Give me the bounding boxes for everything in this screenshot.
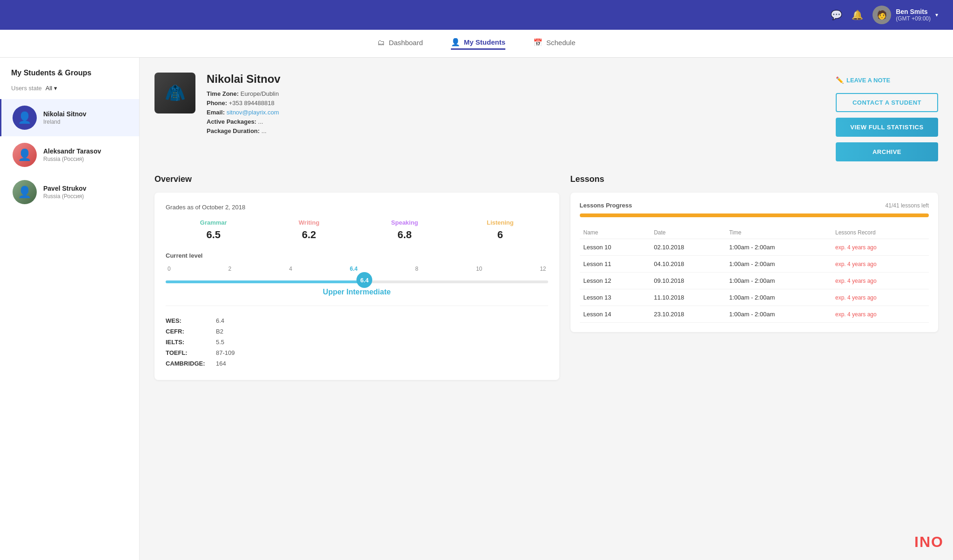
lesson-row-2: Lesson 12 09.10.2018 1:00am - 2:00am exp… xyxy=(580,273,929,289)
student-info-3: Pavel Strukov Russia (Россия) xyxy=(43,185,87,200)
student-info-2: Aleksandr Tarasov Russia (Россия) xyxy=(43,147,101,162)
lesson-time-4: 1:00am - 2:00am xyxy=(725,306,832,323)
writing-value: 6.2 xyxy=(261,229,356,241)
student-name-3: Pavel Strukov xyxy=(43,185,87,192)
topbar-avatar: 🧑 xyxy=(872,6,891,24)
profile-email-row: Email: sitnov@playrix.com xyxy=(207,109,825,116)
lessons-progress-header: Lessons Progress 41/41 lessons left xyxy=(580,202,929,209)
lesson-record-4: exp. 4 years ago xyxy=(832,306,929,323)
profile-duration-row: Package Duration: ... xyxy=(207,127,825,134)
score-toefl: TOEFL: 87-109 xyxy=(166,347,548,358)
student-country-1: Ireland xyxy=(43,119,87,125)
level-ticks: 0 2 4 6.4 8 10 12 xyxy=(166,266,548,272)
main-nav: 🗂 Dashboard 👤 My Students 📅 Schedule xyxy=(0,30,953,58)
lesson-name-3: Lesson 13 xyxy=(580,289,651,306)
filter-value[interactable]: All ▾ xyxy=(46,85,57,92)
student-avatar-2: 👤 xyxy=(13,143,37,167)
profile-packages-row: Active Packages: ... xyxy=(207,118,825,125)
student-name-1: Nikolai Sitnov xyxy=(43,110,87,118)
cambridge-key: CAMBRIDGE: xyxy=(166,360,212,367)
lesson-row-0: Lesson 10 02.10.2018 1:00am - 2:00am exp… xyxy=(580,239,929,256)
main-layout: My Students & Groups Users state All ▾ 👤… xyxy=(0,58,953,560)
overview-divider xyxy=(166,306,548,306)
student-country-2: Russia (Россия) xyxy=(43,156,101,162)
overview-card: Grades as of October 2, 2018 Grammar 6.5… xyxy=(154,193,559,380)
nav-dashboard[interactable]: 🗂 Dashboard xyxy=(377,39,423,49)
tick-active: 6.4 xyxy=(350,266,358,272)
phone-label: Phone: xyxy=(207,100,227,107)
profile-header: 🧥 Nikolai Sitnov Time Zone: Europe/Dubli… xyxy=(154,73,938,161)
profile-phone: +353 894488818 xyxy=(229,100,275,107)
archive-button[interactable]: ARCHIVE xyxy=(836,142,938,161)
lesson-row-4: Lesson 14 23.10.2018 1:00am - 2:00am exp… xyxy=(580,306,929,323)
nav-schedule[interactable]: 📅 Schedule xyxy=(533,38,576,49)
speaking-label: Speaking xyxy=(357,219,452,226)
packages-label: Active Packages: xyxy=(207,118,256,125)
topbar: 💬 🔔 🧑 Ben Smits (GMT +09:00) ▾ xyxy=(0,0,953,30)
lessons-table-body: Lesson 10 02.10.2018 1:00am - 2:00am exp… xyxy=(580,239,929,323)
user-menu[interactable]: 🧑 Ben Smits (GMT +09:00) ▾ xyxy=(872,6,938,24)
chevron-down-icon: ▾ xyxy=(935,12,938,18)
wes-key: WES: xyxy=(166,317,212,324)
th-time: Time xyxy=(725,227,832,239)
timezone-label: Time Zone: xyxy=(207,90,239,97)
ielts-val: 5.5 xyxy=(216,339,224,346)
cambridge-val: 164 xyxy=(216,360,226,367)
main-content: 🧥 Nikolai Sitnov Time Zone: Europe/Dubli… xyxy=(140,58,953,560)
nav-schedule-label: Schedule xyxy=(546,39,576,47)
user-info: Ben Smits (GMT +09:00) xyxy=(896,8,931,22)
th-name: Name xyxy=(580,227,651,239)
view-full-statistics-button[interactable]: VIEW FULL STATISTICS xyxy=(836,118,938,137)
leave-note-button[interactable]: LEAVE A NOTE xyxy=(836,73,938,87)
ino-watermark: INO xyxy=(914,533,944,551)
student-item-2[interactable]: 👤 Aleksandr Tarasov Russia (Россия) xyxy=(0,136,139,173)
grades-date: Grades as of October 2, 2018 xyxy=(166,204,548,211)
student-avatar-3: 👤 xyxy=(13,180,37,204)
profile-details: Nikolai Sitnov Time Zone: Europe/Dublin … xyxy=(207,73,825,137)
profile-actions: LEAVE A NOTE CONTACT A STUDENT VIEW FULL… xyxy=(836,73,938,161)
nav-my-students[interactable]: 👤 My Students xyxy=(451,38,505,50)
lesson-time-3: 1:00am - 2:00am xyxy=(725,289,832,306)
filter-chevron-icon: ▾ xyxy=(54,85,57,92)
student-item-1[interactable]: 👤 Nikolai Sitnov Ireland xyxy=(0,99,139,136)
lesson-date-1: 04.10.2018 xyxy=(650,256,725,273)
dashboard-icon: 🗂 xyxy=(377,39,385,47)
lesson-record-2: exp. 4 years ago xyxy=(832,273,929,289)
profile-email[interactable]: sitnov@playrix.com xyxy=(227,109,279,116)
lesson-record-0: exp. 4 years ago xyxy=(832,239,929,256)
sidebar: My Students & Groups Users state All ▾ 👤… xyxy=(0,58,140,560)
overview-panel: Overview Grades as of October 2, 2018 Gr… xyxy=(154,174,559,380)
grammar-value: 6.5 xyxy=(166,229,261,241)
lesson-row-3: Lesson 13 11.10.2018 1:00am - 2:00am exp… xyxy=(580,289,929,306)
student-name-2: Aleksandr Tarasov xyxy=(43,147,101,155)
current-level-label: Current level xyxy=(166,252,548,259)
contact-student-button[interactable]: CONTACT A STUDENT xyxy=(836,93,938,112)
pencil-icon xyxy=(836,76,844,84)
lesson-record-1: exp. 4 years ago xyxy=(832,256,929,273)
student-list: 👤 Nikolai Sitnov Ireland 👤 Aleksandr Tar… xyxy=(0,99,139,211)
lessons-progress-title: Lessons Progress xyxy=(580,202,632,209)
student-item-3[interactable]: 👤 Pavel Strukov Russia (Россия) xyxy=(0,173,139,211)
chat-icon[interactable]: 💬 xyxy=(831,9,842,20)
profile-name: Nikolai Sitnov xyxy=(207,73,825,86)
student-country-3: Russia (Россия) xyxy=(43,193,87,200)
grade-grammar: Grammar 6.5 xyxy=(166,219,261,241)
grades-grid: Grammar 6.5 Writing 6.2 Speaking 6.8 L xyxy=(166,219,548,241)
bell-icon[interactable]: 🔔 xyxy=(852,9,863,20)
lessons-progress-card: Lessons Progress 41/41 lessons left Name… xyxy=(570,193,938,332)
listening-value: 6 xyxy=(452,229,548,241)
score-table: WES: 6.4 CEFR: B2 IELTS: 5.5 TOEFL: xyxy=(166,315,548,369)
th-record: Lessons Record xyxy=(832,227,929,239)
lesson-name-2: Lesson 12 xyxy=(580,273,651,289)
tick-10: 10 xyxy=(476,266,482,272)
profile-packages: ... xyxy=(258,118,263,125)
toefl-val: 87-109 xyxy=(216,349,235,356)
students-icon: 👤 xyxy=(451,38,460,47)
profile-photo-inner: 🧥 xyxy=(154,73,195,113)
lessons-table: Name Date Time Lessons Record Lesson 10 … xyxy=(580,227,929,323)
tick-4: 4 xyxy=(289,266,292,272)
lessons-table-head: Name Date Time Lessons Record xyxy=(580,227,929,239)
user-timezone: (GMT +09:00) xyxy=(896,15,931,22)
ielts-key: IELTS: xyxy=(166,339,212,346)
score-cefr: CEFR: B2 xyxy=(166,326,548,337)
